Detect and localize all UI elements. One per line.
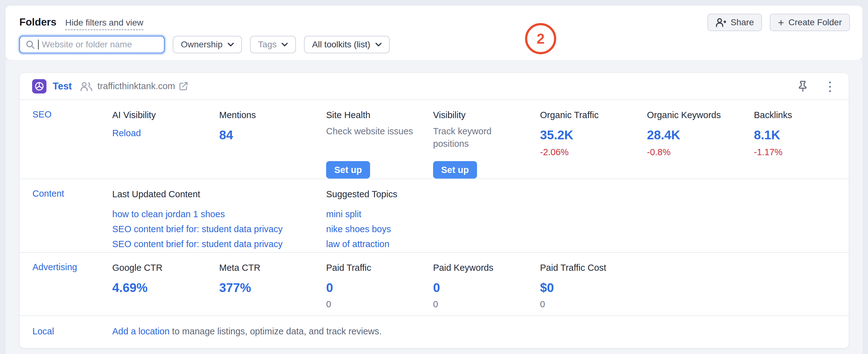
tags-filter-dropdown[interactable]: Tags (250, 36, 296, 53)
share-button[interactable]: Share (707, 14, 762, 31)
backlinks-change: -1.17% (754, 147, 841, 157)
organic-traffic-value[interactable]: 35.2K (540, 128, 574, 142)
paid-traffic-cell: Paid Traffic 0 0 (326, 262, 433, 315)
search-input[interactable]: Website or folder name (19, 36, 165, 53)
metric-title: Paid Traffic (326, 262, 426, 273)
paid-traffic-cost-value[interactable]: $0 (540, 281, 554, 295)
meta-ctr-cell: Meta CTR 377% (219, 262, 326, 315)
add-location-link[interactable]: Add a location (112, 326, 169, 336)
metric-sub-value: 0 (326, 299, 426, 310)
folder-card-test: Test trafficthinktank.com ⋮ SEO AI Visib… (19, 73, 849, 348)
suggested-topics-cell: Suggested Topics mini split nike shoes b… (326, 189, 540, 252)
local-description-text: to manage listings, optimize data, and t… (169, 326, 382, 336)
last-updated-title: Last Updated Content (112, 189, 319, 200)
local-description: Add a location to manage listings, optim… (112, 326, 647, 336)
share-button-label: Share (731, 18, 754, 27)
reload-link[interactable]: Reload (112, 128, 141, 138)
organic-keywords-cell: Organic Keywords 28.4K -0.8% (647, 109, 754, 179)
plus-icon: + (778, 17, 784, 28)
pin-icon[interactable] (798, 81, 807, 92)
metric-sub-value: 0 (433, 299, 532, 310)
person-plus-icon (716, 18, 726, 27)
toolkits-filter-label: All toolkits (list) (312, 39, 370, 50)
google-ctr-value[interactable]: 4.69% (112, 281, 148, 295)
metric-title: Google CTR (112, 262, 212, 273)
paid-traffic-value[interactable]: 0 (326, 281, 333, 295)
metric-subtitle: Check website issues (326, 125, 426, 137)
folders-header-panel: Folders Hide filters and view Website or… (6, 6, 862, 60)
annotation-number: 2 (536, 30, 545, 47)
site-health-setup-button[interactable]: Set up (326, 161, 370, 179)
ai-visibility-cell: AI Visibility Reload (112, 109, 219, 179)
metric-title: Site Health (326, 109, 426, 121)
search-placeholder: Website or folder name (42, 39, 132, 50)
ownership-filter-label: Ownership (181, 39, 223, 50)
folder-domain: trafficthinktank.com (97, 81, 175, 91)
paid-keywords-value[interactable]: 0 (433, 281, 440, 295)
ownership-filter-dropdown[interactable]: Ownership (173, 36, 242, 53)
metric-title: Paid Traffic Cost (540, 262, 640, 273)
hide-filters-link[interactable]: Hide filters and view (65, 18, 144, 30)
organic-keywords-value[interactable]: 28.4K (647, 128, 680, 142)
metric-subtitle: Track keyword positions (433, 125, 505, 150)
metric-title: Meta CTR (219, 262, 319, 273)
mentions-cell: Mentions 84 (219, 109, 326, 179)
shared-users-icon (80, 81, 93, 92)
local-row: Local Add a location to manage listings,… (20, 316, 849, 347)
site-health-cell: Site Health Check website issues Set up (326, 109, 433, 179)
last-updated-content-cell: Last Updated Content how to clean jordan… (112, 189, 326, 252)
external-link-icon[interactable] (179, 82, 188, 91)
tags-filter-label: Tags (258, 39, 277, 50)
metric-title: Organic Traffic (540, 109, 640, 121)
create-folder-label: Create Folder (788, 18, 842, 27)
metric-title: Mentions (219, 109, 319, 121)
topic-link[interactable]: nike shoes boys (326, 222, 391, 236)
toolkits-filter-dropdown[interactable]: All toolkits (list) (304, 36, 390, 53)
suggested-topics-title: Suggested Topics (326, 189, 532, 200)
mentions-value[interactable]: 84 (219, 128, 233, 142)
filters-row: Website or folder name Ownership Tags Al… (19, 36, 390, 53)
backlinks-cell: Backlinks 8.1K -1.17% (754, 109, 849, 179)
metric-title: Paid Keywords (433, 262, 532, 273)
organic-keywords-change: -0.8% (647, 147, 746, 157)
chevron-down-icon (375, 43, 382, 47)
create-folder-button[interactable]: + Create Folder (770, 14, 850, 31)
chevron-down-icon (227, 43, 234, 47)
paid-traffic-cost-cell: Paid Traffic Cost $0 0 (540, 262, 647, 315)
organic-traffic-cell: Organic Traffic 35.2K -2.06% (540, 109, 647, 179)
metric-title: AI Visibility (112, 109, 212, 121)
backlinks-value[interactable]: 8.1K (754, 128, 780, 142)
visibility-setup-button[interactable]: Set up (433, 161, 477, 179)
metric-sub-value: 0 (540, 299, 640, 310)
content-row: Content Last Updated Content how to clea… (20, 179, 849, 253)
visibility-cell: Visibility Track keyword positions Set u… (433, 109, 540, 179)
metric-title: Organic Keywords (647, 109, 746, 121)
paid-keywords-cell: Paid Keywords 0 0 (433, 262, 540, 315)
chevron-down-icon (282, 43, 288, 47)
organic-traffic-change: -2.06% (540, 147, 640, 157)
folder-card-header: Test trafficthinktank.com ⋮ (20, 73, 849, 100)
title-row: Folders Hide filters and view (19, 16, 144, 30)
page-title: Folders (19, 16, 56, 28)
content-link[interactable]: SEO content brief for: student data priv… (112, 222, 282, 236)
seo-row-label[interactable]: SEO (32, 109, 112, 179)
annotation-badge-2: 2 (525, 23, 556, 54)
topic-link[interactable]: law of attraction (326, 236, 390, 252)
content-link[interactable]: how to clean jordan 1 shoes (112, 206, 225, 222)
metric-title: Backlinks (754, 109, 841, 121)
search-icon (26, 40, 35, 49)
topic-link[interactable]: mini split (326, 206, 361, 222)
seo-row: SEO AI Visibility Reload Mentions 84 Sit… (20, 100, 849, 179)
more-options-kebab-icon[interactable]: ⋮ (824, 80, 836, 93)
content-link[interactable]: SEO content brief for: student data priv… (112, 236, 282, 252)
google-ctr-cell: Google CTR 4.69% (112, 262, 219, 315)
content-row-label[interactable]: Content (32, 189, 112, 252)
advertising-row-label[interactable]: Advertising (32, 262, 112, 315)
local-row-label[interactable]: Local (32, 326, 112, 336)
site-favicon-icon (32, 79, 46, 94)
folder-name-link[interactable]: Test (53, 81, 72, 92)
text-caret (38, 39, 39, 50)
meta-ctr-value[interactable]: 377% (219, 281, 251, 295)
advertising-row: Advertising Google CTR 4.69% Meta CTR 37… (20, 253, 849, 316)
metric-title: Visibility (433, 109, 532, 121)
